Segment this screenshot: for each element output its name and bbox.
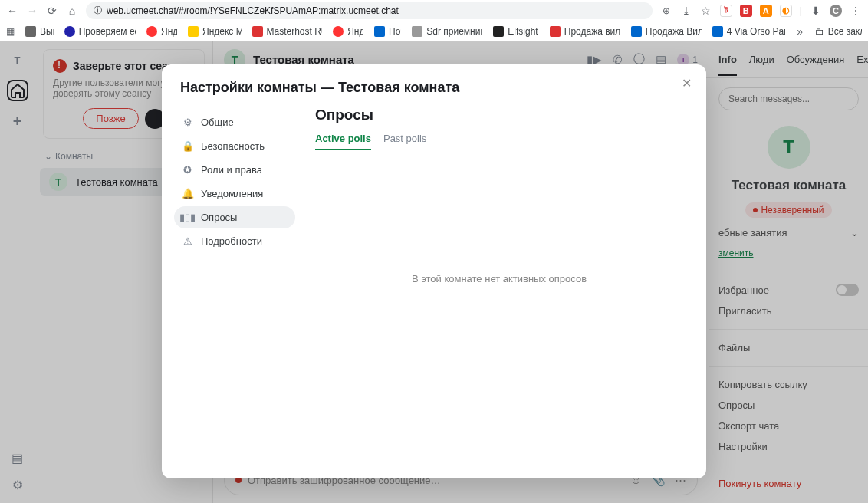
bookmark-item[interactable]: Elfsight Apps: [493, 26, 538, 37]
badge-icon: ✪: [182, 164, 193, 176]
content-title: Опросы: [315, 107, 683, 123]
modal-content: Опросы Active polls Past polls В этой ко…: [300, 107, 699, 463]
bookmarks-bar: ▦ Выйти Проверяем есть ли… Яндекс Яндекс…: [0, 21, 868, 41]
bookmark-item[interactable]: Выйти: [25, 26, 54, 37]
nav-security[interactable]: 🔒Безопасность: [174, 135, 295, 157]
modal-nav: ⚙Общие 🔒Безопасность ✪Роли и права 🔔Увед…: [169, 107, 300, 463]
ext-icon-2[interactable]: B: [740, 5, 752, 17]
nav-advanced[interactable]: ⚠Подробности: [174, 230, 295, 252]
bookmark-item[interactable]: Продажа Вилла на…: [631, 26, 702, 37]
bookmark-item[interactable]: Яндекс: [146, 26, 177, 37]
poll-icon: ▮▯▮: [182, 212, 193, 223]
profile-avatar[interactable]: C: [830, 5, 842, 17]
modal-scrim[interactable]: ✕ Настройки комнаты — Тестовая комната ⚙…: [0, 41, 868, 503]
back-icon[interactable]: ←: [6, 5, 18, 17]
nav-roles[interactable]: ✪Роли и права: [174, 159, 295, 181]
modal-title: Настройки комнаты — Тестовая комната: [162, 64, 706, 104]
gear-icon: ⚙: [182, 117, 193, 128]
room-settings-modal: ✕ Настройки комнаты — Тестовая комната ⚙…: [162, 64, 706, 478]
nav-general[interactable]: ⚙Общие: [174, 111, 295, 133]
home-icon[interactable]: ⌂: [66, 5, 78, 17]
bookmark-item[interactable]: Masterhost RU · Вход: [252, 26, 323, 37]
ext-icon-3[interactable]: A: [760, 5, 772, 17]
tab-active-polls[interactable]: Active polls: [315, 133, 371, 150]
lock-icon: 🔒: [182, 140, 193, 152]
menu-icon[interactable]: ⋮: [850, 5, 862, 17]
site-info-icon[interactable]: ⓘ: [94, 5, 102, 16]
ext-icon-1[interactable]: ট: [720, 5, 732, 17]
nav-notifications[interactable]: 🔔Уведомления: [174, 182, 295, 205]
downloads-icon[interactable]: ⬇: [810, 5, 822, 17]
bookmark-item[interactable]: Яндекс: [333, 26, 363, 37]
nav-polls[interactable]: ▮▯▮Опросы: [174, 206, 295, 228]
ext-icon-4[interactable]: ◐: [780, 5, 792, 17]
bell-icon: 🔔: [182, 188, 193, 199]
reload-icon[interactable]: ⟳: [46, 5, 58, 17]
bookmark-overflow[interactable]: »: [796, 25, 804, 38]
browser-toolbar: ← → ⟳ ⌂ ⓘ web.ucmeet.chat/#/room/!YSeFNL…: [0, 0, 868, 21]
bookmark-item[interactable]: Продажа виллы на…: [550, 26, 620, 37]
bookmark-item[interactable]: Почта: [374, 26, 401, 37]
install-icon[interactable]: ⤓: [680, 5, 692, 17]
tab-past-polls[interactable]: Past polls: [383, 133, 426, 150]
close-icon[interactable]: ✕: [677, 74, 695, 92]
apps-icon[interactable]: ▦: [6, 25, 15, 38]
password-icon[interactable]: ⊕: [660, 5, 672, 17]
bookmark-item[interactable]: Проверяем есть ли…: [64, 26, 136, 37]
warning-icon: ⚠: [182, 235, 193, 247]
bookmark-item[interactable]: 4 Via Orso Partecipa…: [712, 26, 785, 37]
empty-state-text: В этой комнате нет активных опросов: [315, 273, 683, 284]
bookmark-item[interactable]: Sdr приемник онла…: [412, 26, 482, 37]
url-bar[interactable]: ⓘ web.ucmeet.chat/#/room/!YSeFNLCZeKfSPU…: [86, 2, 653, 19]
folder-icon: 🗀: [815, 26, 824, 37]
bookmark-item[interactable]: Яндекс Маркет: [188, 26, 242, 37]
forward-icon[interactable]: →: [26, 5, 38, 17]
url-text: web.ucmeet.chat/#/room/!YSeFNLCZeKfSPUAm…: [107, 5, 399, 16]
polls-tabs: Active polls Past polls: [315, 133, 683, 150]
star-icon[interactable]: ☆: [700, 5, 712, 17]
all-bookmarks[interactable]: 🗀Все закладки: [815, 26, 862, 37]
